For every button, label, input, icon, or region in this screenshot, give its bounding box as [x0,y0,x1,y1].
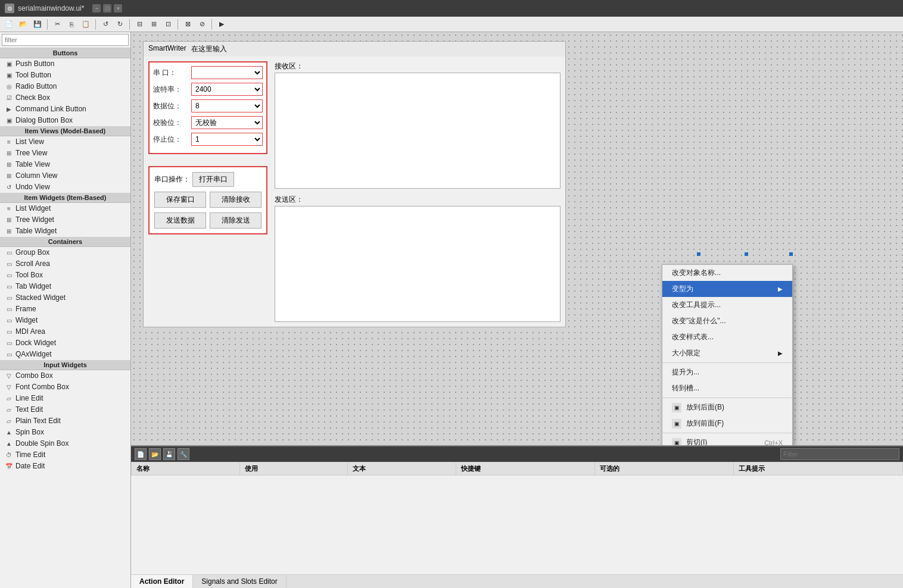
layout-grid-button[interactable]: ⊡ [161,18,175,30]
cut-button[interactable]: ✂ [51,18,64,30]
sidebar-item-qaxwidget[interactable]: ▭QAxWidget [0,349,130,360]
parity-row: 校验位： 无校验 [153,116,263,129]
sidebar-item-text-edit[interactable]: ▱Text Edit [0,404,130,415]
sidebar-item-scroll-area[interactable]: ▭Scroll Area [0,258,130,270]
ctx-item-变型为[interactable]: 变型为▶ [662,281,792,297]
stopbits-select[interactable]: 1 [191,133,263,146]
ctx-separator [662,433,792,433]
open-port-button[interactable]: 打开串口 [192,172,234,187]
redo-button[interactable]: ↻ [113,18,126,30]
bottom-open-btn[interactable]: 📂 [149,448,161,460]
receive-textarea[interactable] [275,73,561,189]
ctx-item-改变工具提示-[interactable]: 改变工具提示... [662,297,792,313]
serial-ops-panel: 串口操作： 打开串口 保存窗口 清除接收 发送数据 清除发送 [148,166,267,234]
table-header-使用: 使用 [239,462,348,476]
main-toolbar: 📄 📂 💾 ✂ ⎘ 📋 ↺ ↻ ⊟ ⊞ ⊡ ⊠ ⊘ ▶ [0,17,903,32]
sidebar-item-group-box[interactable]: ▭Group Box [0,247,130,258]
sidebar-item-icon: ▭ [5,282,13,290]
bottom-tabs: Action Editor Signals and Slots Editor [131,574,903,588]
sidebar-item-command-link-button[interactable]: ▶Command Link Button [0,104,130,115]
sidebar-item-dock-widget[interactable]: ▭Dock Widget [0,337,130,349]
sidebar-item-list-widget[interactable]: ≡List Widget [0,203,130,214]
sidebar-item-spin-box[interactable]: ▲Spin Box [0,427,130,438]
ctx-item-改变对象名称-[interactable]: 改变对象名称... [662,265,792,281]
new-button[interactable]: 📄 [2,18,15,30]
sidebar-item-font-combo-box[interactable]: ▽Font Combo Box [0,381,130,393]
sidebar-item-widget[interactable]: ▭Widget [0,315,130,326]
sidebar-item-plain-text-edit[interactable]: ▱Plain Text Edit [0,415,130,427]
save-window-button[interactable]: 保存窗口 [154,192,206,208]
baud-select[interactable]: 2400 [191,83,263,96]
sidebar-item-column-view[interactable]: ⊞Column View [0,170,130,182]
design-canvas[interactable]: SmartWriter 在这里输入 串 口： 波特率： [131,32,903,445]
sidebar-item-list-view[interactable]: ≡List View [0,136,130,148]
parity-select[interactable]: 无校验 [191,116,263,129]
sidebar-item-label: List Widget [15,204,51,212]
sidebar-item-combo-box[interactable]: ▽Combo Box [0,370,130,381]
ctx-item-放到前面-f-[interactable]: ▣放到前面(F) [662,415,792,431]
sidebar-item-tool-button[interactable]: ▣Tool Button [0,70,130,81]
sidebar-item-label: Tree Widget [15,215,54,224]
copy-button[interactable]: ⎘ [65,18,78,30]
bottom-filter-input[interactable] [780,448,899,460]
sidebar-item-time-edit[interactable]: ⏱Time Edit [0,449,130,461]
undo-button[interactable]: ↺ [99,18,112,30]
serial-config-panel: 串 口： 波特率： 2400 数据位： [148,61,267,154]
tab-signals-slots[interactable]: Signals and Slots Editor [193,575,286,588]
smartwriter-title-bar: SmartWriter 在这里输入 [144,42,565,57]
sidebar-item-frame[interactable]: ▭Frame [0,304,130,315]
sidebar-item-dialog-button-box[interactable]: ▣Dialog Button Box [0,115,130,126]
sidebar-item-table-widget[interactable]: ⊞Table Widget [0,226,130,237]
minimize-button[interactable]: − [92,4,101,12]
preview-button[interactable]: ▶ [215,18,228,30]
sidebar-item-check-box[interactable]: ☑Check Box [0,92,130,104]
send-section: 发送区： [275,195,561,322]
bottom-delete-btn[interactable]: 🔧 [178,448,189,460]
port-select[interactable] [191,66,263,79]
layout-v-button[interactable]: ⊞ [147,18,160,30]
sidebar-item-stacked-widget[interactable]: ▭Stacked Widget [0,292,130,304]
ctx-item-放到后面-b-[interactable]: ▣放到后面(B) [662,399,792,415]
ctx-item-转到槽-[interactable]: 转到槽... [662,380,792,396]
sidebar-item-tree-widget[interactable]: ⊞Tree Widget [0,214,130,226]
smartwriter-body: 串 口： 波特率： 2400 数据位： [144,57,565,327]
maximize-button[interactable]: □ [103,4,111,12]
break-layout-button[interactable]: ⊠ [181,18,194,30]
sidebar-item-table-view[interactable]: ⊞Table View [0,159,130,170]
ops-label: 串口操作： [154,174,190,184]
clear-recv-button[interactable]: 清除接收 [210,192,261,208]
ctx-item-提升为-[interactable]: 提升为... [662,364,792,380]
sidebar-item-tab-widget[interactable]: ▭Tab Widget [0,281,130,292]
sidebar-item-line-edit[interactable]: ▱Line Edit [0,393,130,404]
sidebar-item-tool-box[interactable]: ▭Tool Box [0,270,130,281]
sidebar-item-label: Double Spin Box [15,439,68,448]
bottom-save-btn[interactable]: 💾 [163,448,175,460]
sidebar-item-icon: ▭ [5,305,13,313]
sidebar-item-date-edit[interactable]: 📅Date Edit [0,461,130,472]
save-button[interactable]: 💾 [31,18,44,30]
ctx-item-改变-这是什么-[interactable]: 改变"这是什么"... [662,313,792,329]
sidebar-item-icon: ☑ [5,93,13,102]
sidebar-item-double-spin-box[interactable]: ▲Double Spin Box [0,438,130,449]
close-button[interactable]: × [114,4,122,12]
clear-send-button[interactable]: 清除发送 [210,212,261,229]
bottom-new-btn[interactable]: 📄 [135,448,147,460]
tab-action-editor[interactable]: Action Editor [131,575,193,588]
sidebar-item-undo-view[interactable]: ↺Undo View [0,182,130,193]
sidebar-item-mdi-area[interactable]: ▭MDI Area [0,326,130,337]
ctx-item-改变样式表-[interactable]: 改变样式表... [662,329,792,345]
send-data-button[interactable]: 发送数据 [154,212,206,229]
open-button[interactable]: 📂 [17,18,30,30]
send-textarea[interactable] [275,206,561,322]
ctx-item-剪切-i-[interactable]: ▣剪切(I)Ctrl+X [662,434,792,445]
databits-select[interactable]: 8 [191,99,263,112]
layout-h-button[interactable]: ⊟ [133,18,146,30]
sidebar-item-radio-button[interactable]: ◎Radio Button [0,81,130,92]
ctx-item-arrow-icon: ▶ [778,286,783,292]
sidebar-filter-input[interactable] [2,34,129,46]
paste-button[interactable]: 📋 [79,18,92,30]
sidebar-item-tree-view[interactable]: ⊞Tree View [0,148,130,159]
ctx-item-大小限定[interactable]: 大小限定▶ [662,345,792,361]
sidebar-item-push-button[interactable]: ▣Push Button [0,58,130,70]
adjust-size-button[interactable]: ⊘ [195,18,208,30]
